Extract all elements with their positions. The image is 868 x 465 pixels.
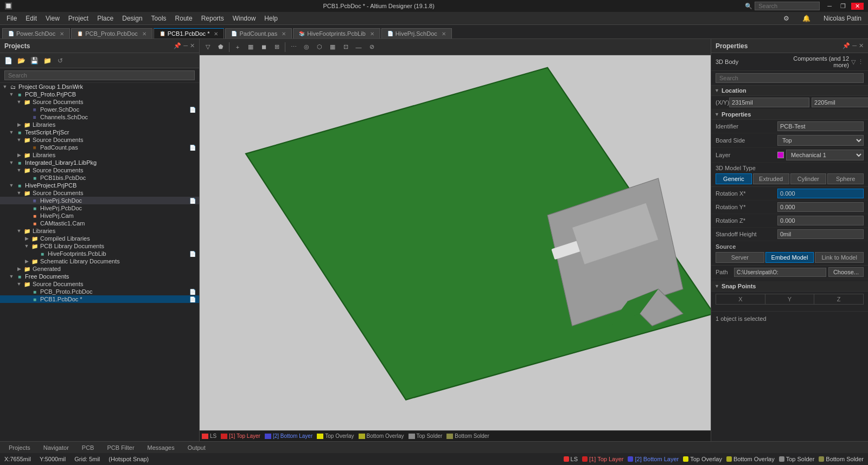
tab-hivefootprints[interactable]: 📚 HiveFootprints.PcbLib ✕ <box>293 28 380 38</box>
tree-item-pcb-proto[interactable]: ▼ ■ PCB_Proto.PrjPCB <box>0 91 199 98</box>
menu-window[interactable]: Window <box>228 14 260 23</box>
tab-padcount[interactable]: 📄 PadCount.pas ✕ <box>225 28 292 38</box>
bottom-tab-pcb[interactable]: PCB <box>75 443 101 452</box>
tree-item-intlib[interactable]: ▼ ■ Integrated_Library1.LibPkg <box>0 159 199 166</box>
bottom-tab-projects[interactable]: Projects <box>2 443 37 452</box>
location-section-header[interactable]: ▼ Location <box>711 86 868 96</box>
tree-item-project-group[interactable]: ▼ 🗂 Project Group 1.DsnWrk <box>0 83 199 91</box>
menu-file[interactable]: File <box>2 14 21 23</box>
model-type-sphere[interactable]: Sphere <box>827 173 864 184</box>
layer-top-solder[interactable]: Top Solder <box>779 456 815 462</box>
close-project-button[interactable]: 📁 <box>41 55 53 66</box>
tree-item-free-docs[interactable]: ▼ ■ Free Documents <box>0 273 199 280</box>
prop-search-input[interactable] <box>716 73 864 83</box>
legend-top-overlay[interactable]: Top Overlay <box>317 433 354 439</box>
tab-close-power[interactable]: ✕ <box>60 31 64 37</box>
new-project-button[interactable]: 📄 <box>2 55 14 66</box>
tree-item-testscript[interactable]: ▼ ■ TestScript.PrjScr <box>0 128 199 136</box>
tab-close-pcbproto[interactable]: ✕ <box>142 31 146 37</box>
model-type-extruded[interactable]: Extruded <box>753 173 789 184</box>
y-input[interactable] <box>812 98 868 107</box>
tree-item-padcount[interactable]: ≡ PadCount.pas 📄 <box>0 144 199 151</box>
menu-tools[interactable]: Tools <box>147 14 171 23</box>
tree-item-camtastic[interactable]: ■ CAMtastic1.Cam <box>0 219 199 227</box>
layer-top-overlay[interactable]: Top Overlay <box>683 456 722 462</box>
projects-close-button[interactable]: ✕ <box>190 42 195 49</box>
save-project-button[interactable]: 💾 <box>28 55 40 66</box>
legend-ls[interactable]: LS <box>202 433 216 439</box>
layer-bottom-overlay[interactable]: Bottom Overlay <box>726 456 775 462</box>
menu-place[interactable]: Place <box>93 14 118 23</box>
legend-bottom-layer[interactable]: [2] Bottom Layer <box>265 433 312 439</box>
tab-power-schdoc[interactable]: 📄 Power.SchDoc ✕ <box>2 28 70 38</box>
tab-close-pcb1[interactable]: ✕ <box>214 31 218 37</box>
tree-item-compiled-libs[interactable]: ▶ 📁 Compiled Libraries <box>0 235 199 242</box>
legend-top-layer[interactable]: [1] Top Layer <box>221 433 260 439</box>
filter-icon[interactable]: ▽ <box>851 59 856 66</box>
filter-more-icon[interactable]: ⋮ <box>858 59 864 66</box>
source-server-btn[interactable]: Server <box>716 252 764 263</box>
tree-item-libs-1[interactable]: ▶ 📁 Libraries <box>0 121 199 128</box>
menu-route[interactable]: Route <box>171 14 197 23</box>
tab-pcb1[interactable]: 📋 PCB1.PcbDoc * ✕ <box>154 28 225 38</box>
tree-item-libs-2[interactable]: ▶ 📁 Libraries <box>0 151 199 159</box>
legend-bottom-solder[interactable]: Bottom Solder <box>446 433 489 439</box>
legend-bottom-overlay[interactable]: Bottom Overlay <box>359 433 404 439</box>
close-button[interactable]: ✕ <box>851 3 864 10</box>
pcb-line-btn[interactable]: — <box>353 41 365 53</box>
x-input[interactable] <box>729 98 809 107</box>
tree-item-generated[interactable]: ▶ 📁 Generated <box>0 265 199 273</box>
menu-reports[interactable]: Reports <box>197 14 228 23</box>
tree-item-src-docs-hive[interactable]: ▼ 📁 Source Documents <box>0 189 199 197</box>
tree-item-hiveproject[interactable]: ▼ ■ HiveProject.PrjPCB <box>0 182 199 189</box>
pcb-add-btn[interactable]: + <box>232 41 244 53</box>
properties-minimize-button[interactable]: ─ <box>852 42 857 49</box>
path-choose-button[interactable]: Choose... <box>828 267 864 277</box>
tree-item-hiveprj-cam[interactable]: ■ HivePrj.Cam <box>0 212 199 219</box>
model-type-generic[interactable]: Generic <box>716 173 752 184</box>
pcb-circle-btn[interactable]: ◎ <box>301 41 312 53</box>
menu-design[interactable]: Design <box>118 14 146 23</box>
pcb-grid2-btn[interactable]: ▦ <box>327 41 339 53</box>
tab-hiveprj-schdoc[interactable]: 📄 HivePrj.SchDoc ✕ <box>381 28 452 38</box>
tab-close-hiveprj[interactable]: ✕ <box>442 31 446 37</box>
tree-item-pcblib-docs[interactable]: ▼ 📁 PCB Library Documents <box>0 242 199 250</box>
pcb-hex-btn[interactable]: ⬡ <box>314 41 326 53</box>
pcb-plus-sq-btn[interactable]: ⊞ <box>271 41 283 53</box>
tree-item-libs-hive[interactable]: ▼ 📁 Libraries <box>0 227 199 235</box>
bottom-tab-output[interactable]: Output <box>181 443 212 452</box>
source-link-btn[interactable]: Link to Model <box>815 252 864 263</box>
layer-bottom-solder[interactable]: Bottom Solder <box>819 456 864 462</box>
layer-bottom[interactable]: [2] Bottom Layer <box>628 456 679 462</box>
tree-item-pcb1bis[interactable]: ■ PCB1bis.PcbDoc <box>0 174 199 182</box>
titlebar-search-input[interactable] <box>755 2 820 10</box>
pcb-box-btn[interactable]: ⊡ <box>340 41 352 53</box>
tree-item-src-docs-free[interactable]: ▼ 📁 Source Documents <box>0 280 199 288</box>
tree-item-pcb1-doc[interactable]: ■ PCB1.PcbDoc * 📄 <box>0 295 199 303</box>
menu-view[interactable]: View <box>41 14 64 23</box>
tree-item-pcb-proto-doc[interactable]: ■ PCB_Proto.PcbDoc 📄 <box>0 288 199 295</box>
model-type-cylinder[interactable]: Cylinder <box>790 173 827 184</box>
bottom-tab-navigator[interactable]: Navigator <box>37 443 75 452</box>
legend-top-solder[interactable]: Top Solder <box>409 433 443 439</box>
pcb-filter-btn[interactable]: ▽ <box>202 41 214 53</box>
board-side-select[interactable]: Top Bottom <box>777 135 864 146</box>
notification-icon[interactable]: 🔔 <box>798 14 815 23</box>
identifier-input[interactable] <box>777 121 864 131</box>
bottom-tab-pcb-filter[interactable]: PCB Filter <box>100 443 141 452</box>
refresh-button[interactable]: ↺ <box>54 55 66 66</box>
standoff-input[interactable] <box>777 229 864 239</box>
open-project-button[interactable]: 📂 <box>15 55 27 66</box>
tree-item-channels[interactable]: ≡ Channels.SchDoc <box>0 113 199 121</box>
tab-close-hivefp[interactable]: ✕ <box>370 31 374 37</box>
minimize-button[interactable]: ─ <box>824 3 835 10</box>
tree-item-src-docs-2[interactable]: ▼ 📁 Source Documents <box>0 136 199 144</box>
pcb-3d-btn[interactable]: ⬟ <box>215 41 227 53</box>
properties-section-header[interactable]: ▼ Properties <box>711 109 868 120</box>
menu-project[interactable]: Project <box>64 14 93 23</box>
tree-item-power-schdoc[interactable]: ≡ Power.SchDoc 📄 <box>0 106 199 113</box>
layer-top[interactable]: [1] Top Layer <box>582 456 623 462</box>
path-value-input[interactable] <box>734 268 826 277</box>
user-profile[interactable]: Nicolas Patin <box>819 14 866 23</box>
projects-minimize-button[interactable]: ─ <box>183 42 188 49</box>
